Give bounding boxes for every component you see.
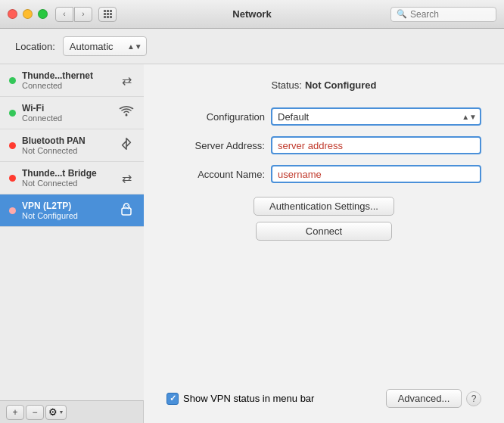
help-button[interactable]: ? [466,391,481,406]
status-dot-red [9,142,16,149]
minimize-button[interactable] [23,9,33,19]
grid-view-button[interactable] [98,7,117,22]
detail-bottom: ✓ Show VPN status in menu bar Advanced..… [166,389,481,408]
status-dot-red [9,175,16,182]
account-name-label: Account Name: [166,169,265,180]
net-name: VPN (L2TP) [22,201,112,211]
spacer [166,251,481,378]
window-title: Network [232,8,271,20]
status-dot-green [9,110,16,117]
net-info: Wi-Fi Connected [22,103,112,123]
net-status: Not Connected [22,179,112,188]
status-dot-red [9,207,16,214]
status-dot-green [9,77,16,84]
lock-icon [118,202,135,219]
sidebar-item-thunderbolt-ethernet[interactable]: Thunde...thernet Connected ⇄ [0,64,144,97]
net-status: Not Configured [22,211,112,220]
sidebar-item-bluetooth-pan[interactable]: Bluetooth PAN Not Connected [0,129,144,162]
nav-buttons: ‹ › [55,7,92,22]
location-bar: Location: Automatic Edit Locations... ▲▼ [0,29,504,64]
configuration-select[interactable]: Default Add Configuration... Import Conf… [271,107,481,126]
advanced-button[interactable]: Advanced... [386,389,462,408]
detail-panel: Status: Not Configured Configuration Def… [144,64,504,423]
net-name: Thunde...thernet [22,70,112,81]
net-status: Connected [22,114,112,123]
status-value: Not Configured [305,79,377,91]
gear-icon: ⚙ [48,406,58,418]
auth-settings-button[interactable]: Authentication Settings... [254,197,394,216]
net-info: Thunde...t Bridge Not Connected [22,168,112,188]
vpn-status-checkbox[interactable]: ✓ [166,393,179,405]
back-button[interactable]: ‹ [55,7,73,22]
sidebar-item-wifi[interactable]: Wi-Fi Connected [0,97,144,129]
sidebar-item-thunderbolt-bridge[interactable]: Thunde...t Bridge Not Connected ⇄ [0,162,144,194]
status-label: Status: [271,79,301,91]
svg-point-0 [126,114,128,117]
main-wrapper: Thunde...thernet Connected ⇄ Wi-Fi Conne… [0,64,504,423]
vpn-status-checkbox-row: ✓ Show VPN status in menu bar [166,393,314,405]
search-input[interactable] [410,9,490,20]
remove-network-button[interactable]: − [26,405,44,420]
net-info: Bluetooth PAN Not Connected [22,135,112,155]
sidebar-list: Thunde...thernet Connected ⇄ Wi-Fi Conne… [0,64,144,400]
maximize-button[interactable] [38,9,48,19]
net-status: Connected [22,81,112,90]
forward-button[interactable]: › [74,7,92,22]
search-icon: 🔍 [397,9,407,19]
account-name-input[interactable] [271,165,481,183]
account-name-row: Account Name: [166,165,481,183]
bridge-arrows-icon: ⇄ [118,171,135,185]
gear-menu-button[interactable]: ⚙ ▼ [45,405,67,420]
status-row: Status: Not Configured [166,79,481,91]
net-info: Thunde...thernet Connected [22,70,112,90]
add-network-button[interactable]: + [6,405,24,420]
connect-button[interactable]: Connect [256,222,392,241]
action-buttons: Authentication Settings... Connect [166,197,481,241]
gear-dropdown-arrow-icon: ▼ [59,409,64,415]
configuration-select-wrapper: Default Add Configuration... Import Conf… [271,107,481,126]
configuration-label: Configuration [166,111,265,123]
bluetooth-icon [118,137,135,154]
close-button[interactable] [8,9,17,19]
search-box[interactable]: 🔍 [390,7,496,22]
checkmark-icon: ✓ [170,393,176,403]
net-name: Bluetooth PAN [22,135,112,146]
net-status: Not Connected [22,146,112,155]
location-label: Location: [15,41,55,52]
sidebar-toolbar: + − ⚙ ▼ [0,400,144,423]
vpn-status-checkbox-label: Show VPN status in menu bar [183,393,314,404]
server-address-row: Server Address: [166,136,481,154]
titlebar: ‹ › Network 🔍 [0,0,504,29]
server-address-input[interactable] [271,136,481,154]
window-controls [8,9,48,19]
server-address-label: Server Address: [166,140,265,151]
sidebar-wrapper: Thunde...thernet Connected ⇄ Wi-Fi Conne… [0,64,144,423]
grid-icon [104,10,112,18]
sidebar-item-vpn-l2tp[interactable]: VPN (L2TP) Not Configured [0,194,144,227]
svg-rect-1 [122,208,131,215]
net-name: Thunde...t Bridge [22,168,112,179]
net-name: Wi-Fi [22,103,112,114]
location-select[interactable]: Automatic Edit Locations... [63,36,147,56]
net-info: VPN (L2TP) Not Configured [22,201,112,220]
arrows-icon: ⇄ [118,73,135,88]
advanced-help-row: Advanced... ? [386,389,481,408]
wifi-icon [118,105,135,120]
location-select-wrapper: Automatic Edit Locations... ▲▼ [63,36,147,56]
configuration-row: Configuration Default Add Configuration.… [166,107,481,126]
